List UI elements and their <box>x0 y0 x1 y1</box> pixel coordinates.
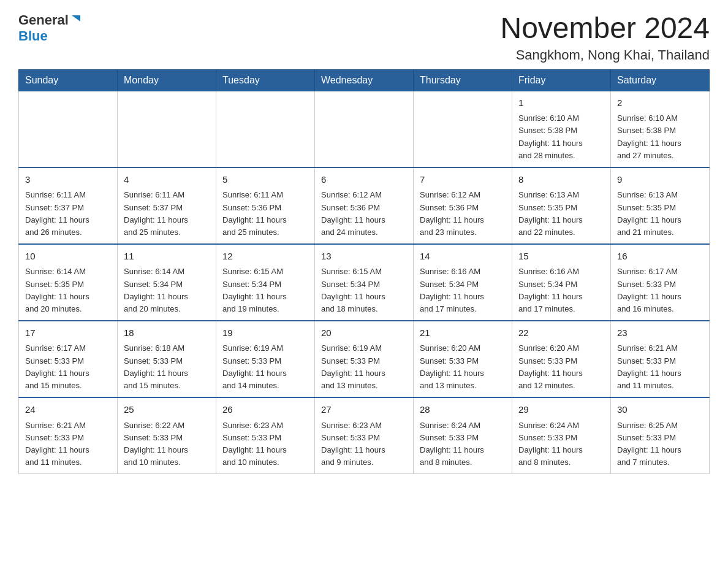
day-number: 20 <box>321 326 407 340</box>
day-number: 21 <box>420 326 506 340</box>
day-number: 24 <box>25 403 111 417</box>
calendar-cell: 15Sunrise: 6:16 AM Sunset: 5:34 PM Dayli… <box>512 244 611 321</box>
day-info: Sunrise: 6:25 AM Sunset: 5:33 PM Dayligh… <box>617 419 703 469</box>
calendar-cell: 29Sunrise: 6:24 AM Sunset: 5:33 PM Dayli… <box>512 397 611 474</box>
calendar-cell: 30Sunrise: 6:25 AM Sunset: 5:33 PM Dayli… <box>611 397 710 474</box>
day-number: 27 <box>321 403 407 417</box>
day-number: 7 <box>420 173 506 187</box>
logo-triangle-icon <box>70 13 82 26</box>
day-info: Sunrise: 6:19 AM Sunset: 5:33 PM Dayligh… <box>222 342 308 392</box>
calendar-cell: 24Sunrise: 6:21 AM Sunset: 5:33 PM Dayli… <box>19 397 118 474</box>
calendar-cell: 6Sunrise: 6:12 AM Sunset: 5:36 PM Daylig… <box>315 167 414 244</box>
day-info: Sunrise: 6:11 AM Sunset: 5:36 PM Dayligh… <box>222 189 308 239</box>
calendar-cell: 23Sunrise: 6:21 AM Sunset: 5:33 PM Dayli… <box>611 321 710 397</box>
calendar-cell: 19Sunrise: 6:19 AM Sunset: 5:33 PM Dayli… <box>216 321 315 397</box>
calendar-header-row: SundayMondayTuesdayWednesdayThursdayFrid… <box>19 69 710 91</box>
calendar-cell <box>118 91 216 167</box>
day-number: 10 <box>25 250 111 264</box>
calendar-week-1: 1Sunrise: 6:10 AM Sunset: 5:38 PM Daylig… <box>19 91 710 167</box>
calendar-header-friday: Friday <box>512 69 611 91</box>
title-block: November 2024 Sangkhom, Nong Khai, Thail… <box>500 12 710 63</box>
calendar-table: SundayMondayTuesdayWednesdayThursdayFrid… <box>18 69 710 474</box>
day-number: 13 <box>321 250 407 264</box>
calendar-cell: 22Sunrise: 6:20 AM Sunset: 5:33 PM Dayli… <box>512 321 611 397</box>
day-info: Sunrise: 6:23 AM Sunset: 5:33 PM Dayligh… <box>222 419 308 469</box>
day-info: Sunrise: 6:17 AM Sunset: 5:33 PM Dayligh… <box>25 342 111 392</box>
day-info: Sunrise: 6:19 AM Sunset: 5:33 PM Dayligh… <box>321 342 407 392</box>
day-info: Sunrise: 6:24 AM Sunset: 5:33 PM Dayligh… <box>420 419 506 469</box>
calendar-cell <box>414 91 512 167</box>
day-number: 28 <box>420 403 506 417</box>
calendar-cell: 9Sunrise: 6:13 AM Sunset: 5:35 PM Daylig… <box>611 167 710 244</box>
day-number: 9 <box>617 173 703 187</box>
calendar-header-saturday: Saturday <box>611 69 710 91</box>
logo: General Blue <box>18 12 82 44</box>
day-number: 6 <box>321 173 407 187</box>
day-info: Sunrise: 6:22 AM Sunset: 5:33 PM Dayligh… <box>124 419 210 469</box>
calendar-header-thursday: Thursday <box>414 69 512 91</box>
day-number: 26 <box>222 403 308 417</box>
calendar-week-4: 17Sunrise: 6:17 AM Sunset: 5:33 PM Dayli… <box>19 321 710 397</box>
day-number: 8 <box>518 173 604 187</box>
day-number: 29 <box>518 403 604 417</box>
day-info: Sunrise: 6:11 AM Sunset: 5:37 PM Dayligh… <box>124 189 210 239</box>
day-number: 15 <box>518 250 604 264</box>
day-number: 18 <box>124 326 210 340</box>
calendar-header-tuesday: Tuesday <box>216 69 315 91</box>
logo-blue-text: Blue <box>18 28 48 44</box>
day-number: 17 <box>25 326 111 340</box>
day-number: 1 <box>518 96 604 110</box>
day-number: 2 <box>617 96 703 110</box>
day-number: 16 <box>617 250 703 264</box>
day-info: Sunrise: 6:14 AM Sunset: 5:35 PM Dayligh… <box>25 266 111 315</box>
calendar-cell: 27Sunrise: 6:23 AM Sunset: 5:33 PM Dayli… <box>315 397 414 474</box>
calendar-cell: 13Sunrise: 6:15 AM Sunset: 5:34 PM Dayli… <box>315 244 414 321</box>
day-number: 12 <box>222 250 308 264</box>
calendar-cell: 12Sunrise: 6:15 AM Sunset: 5:34 PM Dayli… <box>216 244 315 321</box>
page-subtitle: Sangkhom, Nong Khai, Thailand <box>500 47 710 63</box>
calendar-cell <box>19 91 118 167</box>
day-info: Sunrise: 6:12 AM Sunset: 5:36 PM Dayligh… <box>420 189 506 239</box>
day-info: Sunrise: 6:21 AM Sunset: 5:33 PM Dayligh… <box>617 342 703 392</box>
day-info: Sunrise: 6:10 AM Sunset: 5:38 PM Dayligh… <box>617 112 703 162</box>
day-number: 14 <box>420 250 506 264</box>
day-info: Sunrise: 6:24 AM Sunset: 5:33 PM Dayligh… <box>518 419 604 469</box>
calendar-cell: 11Sunrise: 6:14 AM Sunset: 5:34 PM Dayli… <box>118 244 216 321</box>
day-number: 4 <box>124 173 210 187</box>
calendar-cell: 3Sunrise: 6:11 AM Sunset: 5:37 PM Daylig… <box>19 167 118 244</box>
calendar-cell: 17Sunrise: 6:17 AM Sunset: 5:33 PM Dayli… <box>19 321 118 397</box>
calendar-cell: 25Sunrise: 6:22 AM Sunset: 5:33 PM Dayli… <box>118 397 216 474</box>
day-info: Sunrise: 6:15 AM Sunset: 5:34 PM Dayligh… <box>222 266 308 315</box>
svg-marker-0 <box>72 15 80 21</box>
day-info: Sunrise: 6:18 AM Sunset: 5:33 PM Dayligh… <box>124 342 210 392</box>
calendar-cell: 5Sunrise: 6:11 AM Sunset: 5:36 PM Daylig… <box>216 167 315 244</box>
calendar-header-monday: Monday <box>118 69 216 91</box>
calendar-cell: 26Sunrise: 6:23 AM Sunset: 5:33 PM Dayli… <box>216 397 315 474</box>
calendar-cell: 14Sunrise: 6:16 AM Sunset: 5:34 PM Dayli… <box>414 244 512 321</box>
calendar-cell: 10Sunrise: 6:14 AM Sunset: 5:35 PM Dayli… <box>19 244 118 321</box>
day-number: 22 <box>518 326 604 340</box>
day-number: 5 <box>222 173 308 187</box>
calendar-header-wednesday: Wednesday <box>315 69 414 91</box>
page-header: General Blue November 2024 Sangkhom, Non… <box>18 12 710 63</box>
day-number: 19 <box>222 326 308 340</box>
day-number: 3 <box>25 173 111 187</box>
day-info: Sunrise: 6:20 AM Sunset: 5:33 PM Dayligh… <box>420 342 506 392</box>
day-number: 23 <box>617 326 703 340</box>
calendar-cell: 20Sunrise: 6:19 AM Sunset: 5:33 PM Dayli… <box>315 321 414 397</box>
day-info: Sunrise: 6:23 AM Sunset: 5:33 PM Dayligh… <box>321 419 407 469</box>
calendar-cell: 4Sunrise: 6:11 AM Sunset: 5:37 PM Daylig… <box>118 167 216 244</box>
calendar-week-2: 3Sunrise: 6:11 AM Sunset: 5:37 PM Daylig… <box>19 167 710 244</box>
day-info: Sunrise: 6:16 AM Sunset: 5:34 PM Dayligh… <box>420 266 506 315</box>
calendar-cell: 21Sunrise: 6:20 AM Sunset: 5:33 PM Dayli… <box>414 321 512 397</box>
calendar-cell <box>216 91 315 167</box>
day-info: Sunrise: 6:11 AM Sunset: 5:37 PM Dayligh… <box>25 189 111 239</box>
calendar-cell: 7Sunrise: 6:12 AM Sunset: 5:36 PM Daylig… <box>414 167 512 244</box>
calendar-cell <box>315 91 414 167</box>
day-info: Sunrise: 6:14 AM Sunset: 5:34 PM Dayligh… <box>124 266 210 315</box>
day-number: 25 <box>124 403 210 417</box>
calendar-cell: 28Sunrise: 6:24 AM Sunset: 5:33 PM Dayli… <box>414 397 512 474</box>
day-number: 30 <box>617 403 703 417</box>
calendar-cell: 16Sunrise: 6:17 AM Sunset: 5:33 PM Dayli… <box>611 244 710 321</box>
calendar-header-sunday: Sunday <box>19 69 118 91</box>
